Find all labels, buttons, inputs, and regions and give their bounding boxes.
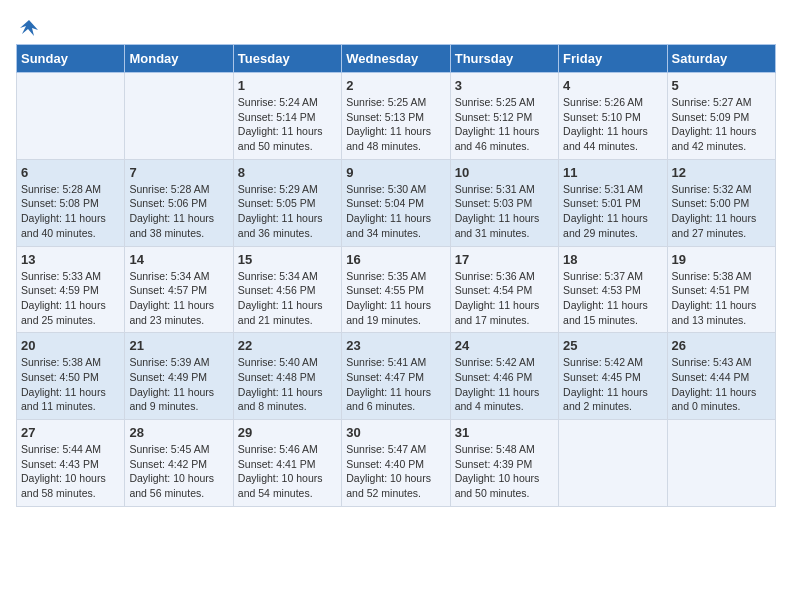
logo: [16, 16, 40, 34]
day-number: 23: [346, 338, 445, 353]
cell-content: Sunrise: 5:45 AM Sunset: 4:42 PM Dayligh…: [129, 442, 228, 501]
cell-content: Sunrise: 5:26 AM Sunset: 5:10 PM Dayligh…: [563, 95, 662, 154]
calendar-cell: 20Sunrise: 5:38 AM Sunset: 4:50 PM Dayli…: [17, 333, 125, 420]
cell-content: Sunrise: 5:46 AM Sunset: 4:41 PM Dayligh…: [238, 442, 337, 501]
day-number: 28: [129, 425, 228, 440]
day-number: 15: [238, 252, 337, 267]
calendar-cell: 25Sunrise: 5:42 AM Sunset: 4:45 PM Dayli…: [559, 333, 667, 420]
cell-content: Sunrise: 5:48 AM Sunset: 4:39 PM Dayligh…: [455, 442, 554, 501]
calendar-cell: 9Sunrise: 5:30 AM Sunset: 5:04 PM Daylig…: [342, 159, 450, 246]
day-number: 10: [455, 165, 554, 180]
cell-content: Sunrise: 5:42 AM Sunset: 4:46 PM Dayligh…: [455, 355, 554, 414]
calendar-week-2: 6Sunrise: 5:28 AM Sunset: 5:08 PM Daylig…: [17, 159, 776, 246]
cell-content: Sunrise: 5:34 AM Sunset: 4:56 PM Dayligh…: [238, 269, 337, 328]
calendar-cell: [667, 420, 775, 507]
calendar-cell: 5Sunrise: 5:27 AM Sunset: 5:09 PM Daylig…: [667, 73, 775, 160]
cell-content: Sunrise: 5:36 AM Sunset: 4:54 PM Dayligh…: [455, 269, 554, 328]
calendar-cell: 31Sunrise: 5:48 AM Sunset: 4:39 PM Dayli…: [450, 420, 558, 507]
day-number: 19: [672, 252, 771, 267]
day-header-tuesday: Tuesday: [233, 45, 341, 73]
cell-content: Sunrise: 5:30 AM Sunset: 5:04 PM Dayligh…: [346, 182, 445, 241]
cell-content: Sunrise: 5:31 AM Sunset: 5:01 PM Dayligh…: [563, 182, 662, 241]
logo-bird-icon: [18, 16, 40, 38]
day-number: 20: [21, 338, 120, 353]
day-number: 16: [346, 252, 445, 267]
calendar-cell: 30Sunrise: 5:47 AM Sunset: 4:40 PM Dayli…: [342, 420, 450, 507]
day-number: 21: [129, 338, 228, 353]
day-header-friday: Friday: [559, 45, 667, 73]
day-header-thursday: Thursday: [450, 45, 558, 73]
day-header-monday: Monday: [125, 45, 233, 73]
calendar-cell: 19Sunrise: 5:38 AM Sunset: 4:51 PM Dayli…: [667, 246, 775, 333]
calendar-cell: 21Sunrise: 5:39 AM Sunset: 4:49 PM Dayli…: [125, 333, 233, 420]
day-header-wednesday: Wednesday: [342, 45, 450, 73]
day-number: 8: [238, 165, 337, 180]
calendar-cell: 6Sunrise: 5:28 AM Sunset: 5:08 PM Daylig…: [17, 159, 125, 246]
cell-content: Sunrise: 5:38 AM Sunset: 4:50 PM Dayligh…: [21, 355, 120, 414]
day-number: 30: [346, 425, 445, 440]
cell-content: Sunrise: 5:28 AM Sunset: 5:06 PM Dayligh…: [129, 182, 228, 241]
cell-content: Sunrise: 5:31 AM Sunset: 5:03 PM Dayligh…: [455, 182, 554, 241]
day-number: 24: [455, 338, 554, 353]
calendar-cell: 13Sunrise: 5:33 AM Sunset: 4:59 PM Dayli…: [17, 246, 125, 333]
day-number: 7: [129, 165, 228, 180]
calendar-cell: [559, 420, 667, 507]
cell-content: Sunrise: 5:40 AM Sunset: 4:48 PM Dayligh…: [238, 355, 337, 414]
day-header-sunday: Sunday: [17, 45, 125, 73]
day-number: 1: [238, 78, 337, 93]
cell-content: Sunrise: 5:25 AM Sunset: 5:13 PM Dayligh…: [346, 95, 445, 154]
calendar-cell: 24Sunrise: 5:42 AM Sunset: 4:46 PM Dayli…: [450, 333, 558, 420]
cell-content: Sunrise: 5:25 AM Sunset: 5:12 PM Dayligh…: [455, 95, 554, 154]
cell-content: Sunrise: 5:24 AM Sunset: 5:14 PM Dayligh…: [238, 95, 337, 154]
day-number: 18: [563, 252, 662, 267]
calendar-header: SundayMondayTuesdayWednesdayThursdayFrid…: [17, 45, 776, 73]
day-header-saturday: Saturday: [667, 45, 775, 73]
cell-content: Sunrise: 5:32 AM Sunset: 5:00 PM Dayligh…: [672, 182, 771, 241]
calendar-cell: 2Sunrise: 5:25 AM Sunset: 5:13 PM Daylig…: [342, 73, 450, 160]
calendar-cell: 8Sunrise: 5:29 AM Sunset: 5:05 PM Daylig…: [233, 159, 341, 246]
cell-content: Sunrise: 5:27 AM Sunset: 5:09 PM Dayligh…: [672, 95, 771, 154]
calendar-cell: 16Sunrise: 5:35 AM Sunset: 4:55 PM Dayli…: [342, 246, 450, 333]
calendar-cell: 29Sunrise: 5:46 AM Sunset: 4:41 PM Dayli…: [233, 420, 341, 507]
calendar-cell: 22Sunrise: 5:40 AM Sunset: 4:48 PM Dayli…: [233, 333, 341, 420]
day-number: 3: [455, 78, 554, 93]
calendar-cell: 27Sunrise: 5:44 AM Sunset: 4:43 PM Dayli…: [17, 420, 125, 507]
calendar-week-5: 27Sunrise: 5:44 AM Sunset: 4:43 PM Dayli…: [17, 420, 776, 507]
calendar-cell: [17, 73, 125, 160]
calendar-cell: 15Sunrise: 5:34 AM Sunset: 4:56 PM Dayli…: [233, 246, 341, 333]
calendar-body: 1Sunrise: 5:24 AM Sunset: 5:14 PM Daylig…: [17, 73, 776, 507]
calendar-cell: 11Sunrise: 5:31 AM Sunset: 5:01 PM Dayli…: [559, 159, 667, 246]
day-number: 5: [672, 78, 771, 93]
page-header: [16, 16, 776, 34]
day-number: 29: [238, 425, 337, 440]
day-number: 4: [563, 78, 662, 93]
calendar-cell: 18Sunrise: 5:37 AM Sunset: 4:53 PM Dayli…: [559, 246, 667, 333]
day-number: 25: [563, 338, 662, 353]
day-number: 12: [672, 165, 771, 180]
calendar-week-3: 13Sunrise: 5:33 AM Sunset: 4:59 PM Dayli…: [17, 246, 776, 333]
calendar-cell: 26Sunrise: 5:43 AM Sunset: 4:44 PM Dayli…: [667, 333, 775, 420]
cell-content: Sunrise: 5:44 AM Sunset: 4:43 PM Dayligh…: [21, 442, 120, 501]
calendar-week-1: 1Sunrise: 5:24 AM Sunset: 5:14 PM Daylig…: [17, 73, 776, 160]
calendar-cell: 14Sunrise: 5:34 AM Sunset: 4:57 PM Dayli…: [125, 246, 233, 333]
cell-content: Sunrise: 5:29 AM Sunset: 5:05 PM Dayligh…: [238, 182, 337, 241]
cell-content: Sunrise: 5:41 AM Sunset: 4:47 PM Dayligh…: [346, 355, 445, 414]
day-number: 31: [455, 425, 554, 440]
calendar-cell: 7Sunrise: 5:28 AM Sunset: 5:06 PM Daylig…: [125, 159, 233, 246]
cell-content: Sunrise: 5:39 AM Sunset: 4:49 PM Dayligh…: [129, 355, 228, 414]
day-number: 27: [21, 425, 120, 440]
calendar-cell: 12Sunrise: 5:32 AM Sunset: 5:00 PM Dayli…: [667, 159, 775, 246]
cell-content: Sunrise: 5:38 AM Sunset: 4:51 PM Dayligh…: [672, 269, 771, 328]
calendar-cell: 23Sunrise: 5:41 AM Sunset: 4:47 PM Dayli…: [342, 333, 450, 420]
calendar-cell: 17Sunrise: 5:36 AM Sunset: 4:54 PM Dayli…: [450, 246, 558, 333]
cell-content: Sunrise: 5:28 AM Sunset: 5:08 PM Dayligh…: [21, 182, 120, 241]
cell-content: Sunrise: 5:42 AM Sunset: 4:45 PM Dayligh…: [563, 355, 662, 414]
cell-content: Sunrise: 5:37 AM Sunset: 4:53 PM Dayligh…: [563, 269, 662, 328]
day-number: 22: [238, 338, 337, 353]
calendar-cell: [125, 73, 233, 160]
day-number: 6: [21, 165, 120, 180]
cell-content: Sunrise: 5:35 AM Sunset: 4:55 PM Dayligh…: [346, 269, 445, 328]
cell-content: Sunrise: 5:47 AM Sunset: 4:40 PM Dayligh…: [346, 442, 445, 501]
calendar-cell: 28Sunrise: 5:45 AM Sunset: 4:42 PM Dayli…: [125, 420, 233, 507]
calendar-cell: 1Sunrise: 5:24 AM Sunset: 5:14 PM Daylig…: [233, 73, 341, 160]
